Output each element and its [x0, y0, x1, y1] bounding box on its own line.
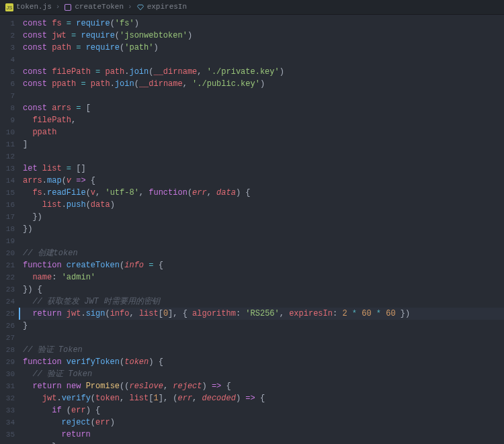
code-line[interactable]: name: 'admin': [19, 271, 504, 283]
line-number[interactable]: 13: [0, 163, 15, 175]
line-number[interactable]: 15: [0, 187, 15, 199]
token-kw: =>: [245, 394, 255, 403]
line-number[interactable]: 18: [0, 223, 15, 235]
line-number[interactable]: 5: [0, 66, 15, 78]
token-pn: (: [110, 19, 115, 28]
token-argr: err: [178, 394, 193, 403]
line-number[interactable]: 29: [0, 356, 15, 368]
breadcrumb-member[interactable]: expiresIn: [136, 1, 187, 13]
line-number[interactable]: 25: [0, 308, 15, 320]
code-line[interactable]: return jwt.sign(info, list[0], { algorit…: [19, 308, 504, 320]
code-line[interactable]: return new Promise((reslove, reject) => …: [19, 380, 504, 392]
line-number[interactable]: 17: [0, 211, 15, 223]
code-line[interactable]: [19, 90, 504, 102]
code-line[interactable]: function verifyToken(token) {: [19, 356, 504, 368]
code-line[interactable]: arrs.map(v => {: [19, 175, 504, 187]
code-line[interactable]: const arrs = [: [19, 102, 504, 114]
line-number[interactable]: 16: [0, 199, 15, 211]
token-pn: [67, 31, 71, 40]
token-kw: const: [23, 79, 52, 89]
code-line[interactable]: }): [19, 223, 504, 235]
code-line[interactable]: [19, 332, 504, 344]
line-number[interactable]: 2: [0, 30, 15, 42]
code-line[interactable]: return: [19, 429, 504, 441]
line-number[interactable]: 26: [0, 320, 15, 332]
line-number[interactable]: 20: [0, 247, 15, 259]
token-argr: reslove: [129, 382, 163, 391]
token-pn: [347, 309, 352, 318]
code-line[interactable]: }) {: [19, 283, 504, 296]
token-cm: // 创建token: [23, 249, 78, 258]
line-number[interactable]: 11: [0, 138, 15, 150]
token-argr: decoded: [202, 394, 236, 403]
line-number[interactable]: 23: [0, 283, 15, 296]
code-line[interactable]: // 验证 Token: [19, 368, 504, 380]
line-number[interactable]: 14: [0, 175, 15, 187]
token-pn: .: [42, 176, 47, 185]
breadcrumb-fn-label: createToken: [75, 1, 124, 13]
line-number[interactable]: 31: [0, 380, 15, 392]
token-st: 'RS256': [245, 309, 279, 318]
token-fn: join: [115, 79, 134, 89]
code-line[interactable]: [19, 54, 504, 66]
line-number[interactable]: 3: [0, 42, 15, 54]
line-number[interactable]: 8: [0, 102, 15, 114]
code-line[interactable]: jwt.verify(token, list[1], (err, decoded…: [19, 392, 504, 404]
line-number[interactable]: 30: [0, 368, 15, 380]
breadcrumb[interactable]: JS token.js › createToken › expiresIn: [0, 0, 504, 15]
code-line[interactable]: filePath,: [19, 114, 504, 126]
code-line[interactable]: function createToken(info = {: [19, 259, 504, 271]
code-line[interactable]: }: [19, 441, 504, 444]
token-pn: [372, 309, 376, 318]
code-line[interactable]: const ppath = path.join(__dirname, './pu…: [19, 78, 504, 90]
token-pn: [62, 19, 67, 28]
line-number[interactable]: 7: [0, 90, 15, 102]
code-line[interactable]: // 验证 Token: [19, 344, 504, 356]
line-number[interactable]: 1: [0, 17, 15, 30]
code-line[interactable]: reject(err): [19, 416, 504, 429]
code-line[interactable]: }: [19, 320, 504, 332]
code-line[interactable]: list.push(data): [19, 199, 504, 211]
code-editor[interactable]: const fs = require('fs')const jwt = requ…: [19, 15, 504, 444]
code-line[interactable]: const path = require('path'): [19, 42, 504, 54]
token-pn: (: [134, 79, 139, 89]
code-line[interactable]: const fs = require('fs'): [19, 17, 504, 30]
token-argr: v: [67, 176, 71, 185]
line-gutter[interactable]: 1234567891011121314151617181920212223242…: [0, 15, 19, 444]
code-line[interactable]: ppath: [19, 126, 504, 138]
token-prop: name: [32, 273, 52, 282]
code-line[interactable]: const filePath = path.join(__dirname, '.…: [19, 66, 504, 78]
token-num: 2: [342, 309, 347, 318]
token-pn: ]: [23, 140, 28, 149]
line-number[interactable]: 24: [0, 296, 15, 308]
line-number[interactable]: 27: [0, 332, 15, 344]
code-line[interactable]: ]: [19, 138, 504, 150]
line-number[interactable]: 9: [0, 114, 15, 126]
breadcrumb-file[interactable]: JS token.js: [5, 1, 52, 13]
line-number[interactable]: 35: [0, 429, 15, 441]
line-number[interactable]: 21: [0, 259, 15, 271]
line-number[interactable]: 22: [0, 271, 15, 283]
token-pn: [91, 67, 95, 77]
code-line[interactable]: if (err) {: [19, 404, 504, 416]
line-number[interactable]: 34: [0, 416, 15, 429]
line-number[interactable]: 28: [0, 344, 15, 356]
code-line[interactable]: fs.readFile(v, 'utf-8', function(err, da…: [19, 187, 504, 199]
line-number[interactable]: 4: [0, 54, 15, 66]
line-number[interactable]: 19: [0, 235, 15, 247]
breadcrumb-function[interactable]: createToken: [64, 1, 124, 13]
code-line[interactable]: // 获取签发 JWT 时需要用的密钥: [19, 296, 504, 308]
code-line[interactable]: [19, 150, 504, 163]
line-number[interactable]: 33: [0, 404, 15, 416]
line-number[interactable]: 12: [0, 150, 15, 163]
line-number[interactable]: 32: [0, 392, 15, 404]
code-line[interactable]: // 创建token: [19, 247, 504, 259]
line-number[interactable]: 6: [0, 78, 15, 90]
token-fn: verifyToken: [67, 357, 120, 367]
code-line[interactable]: }): [19, 211, 504, 223]
code-line[interactable]: let list = []: [19, 163, 504, 175]
code-line[interactable]: [19, 235, 504, 247]
line-number[interactable]: 10: [0, 126, 15, 138]
code-line[interactable]: const jwt = require('jsonwebtoken'): [19, 30, 504, 42]
line-number[interactable]: 36: [0, 441, 15, 444]
